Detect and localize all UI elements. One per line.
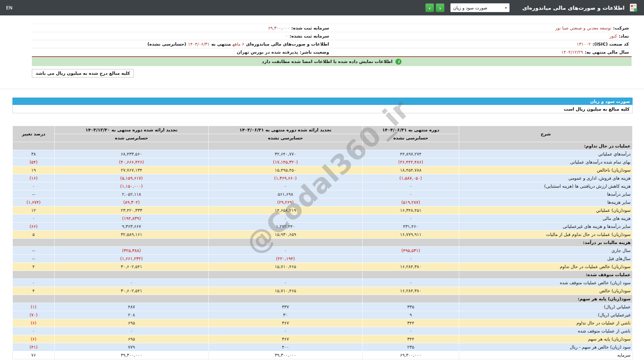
value-cell: ۶۹۵ bbox=[55, 335, 209, 343]
report-type-dropdown[interactable]: صورت سود و زیان ▾ bbox=[450, 3, 509, 12]
empty-cell bbox=[363, 142, 459, 150]
units-tab[interactable]: کلیه مبالغ درج شده به میلیون ریال می باش… bbox=[32, 69, 134, 77]
value-cell: (۱۷,۱۴۵,۳۲۰) bbox=[209, 158, 363, 166]
value-cell: ۱۹ bbox=[13, 166, 55, 174]
topbar-right-group: اطلاعات و صورت‌های مالی میاندوره‌ای صورت… bbox=[425, 3, 638, 12]
info-cell-right: شرکت:توسعه معدني و صنعتي صبا نور bbox=[332, 25, 632, 31]
empty-cell bbox=[363, 295, 459, 303]
statement-title-bar: صورت سود و زیان bbox=[12, 98, 633, 105]
table-row: سود(زیان) خالص عملیات در حال تداوم۱۶,۲۸۴… bbox=[13, 263, 633, 271]
table-row: سود(زیان) پایه هر سهم۳۴۴۳۶۷۶۹۵(۶) bbox=[13, 335, 633, 343]
empty-cell bbox=[13, 295, 55, 303]
value-cell: ۰ bbox=[363, 255, 459, 263]
next-report-button[interactable]: › bbox=[425, 3, 434, 12]
row-label: سایر درآمدها bbox=[459, 190, 633, 198]
table-row: عملیاتي (ریال)۳۳۵۳۳۷۴۸۷(۱) bbox=[13, 303, 633, 311]
table-row: غیرعملیاتي (ریال)۹۳۰۲۰۸(۷۰) bbox=[13, 311, 633, 319]
prev-report-button[interactable]: ‹ bbox=[436, 3, 444, 12]
col-change-header: درصد تغییر bbox=[13, 126, 55, 142]
section-row: هزینه مالیات بر درآمد: bbox=[13, 239, 633, 247]
value-cell: ۳۰,۶۰۲,۵۴۱ bbox=[55, 287, 209, 295]
report-header-area: شرکت:توسعه معدني و صنعتي صبا نورسرمایه ث… bbox=[32, 24, 632, 77]
col-period3-subheader: حسابرسی شده bbox=[55, 134, 209, 142]
value-cell: ۱۶,۲۸۴,۳۸۰ bbox=[363, 263, 459, 271]
value-cell: ۱۶,۳۴۸,۴۵۱ bbox=[363, 206, 459, 215]
info-icon: i bbox=[395, 59, 401, 65]
value-cell: -- bbox=[13, 255, 55, 263]
value-cell: (۱,۶۷۴) bbox=[13, 198, 55, 206]
value-cell: ۰ bbox=[13, 279, 55, 287]
value-cell: -- bbox=[13, 190, 55, 198]
empty-cell bbox=[13, 271, 55, 279]
info-cell-right: کد صنعت (ISIC):۱۳۱۰۰۲ bbox=[332, 42, 632, 47]
info-value: ۱۳۱۰۰۲ bbox=[577, 42, 591, 47]
row-label: هزینه های مالی bbox=[459, 215, 633, 223]
row-label: سایر هزینه‌ها bbox=[459, 198, 633, 206]
info-label: سال مالی منتهی به: bbox=[585, 50, 629, 55]
row-label: بهای تمام شده درآمدهای عملیاتی bbox=[459, 158, 633, 166]
value-cell: ۲۷,۷۶۷,۱۳۴ bbox=[55, 166, 209, 174]
info-row: نماد:کنورسرمایه ثبت نشده:۰ bbox=[32, 32, 632, 40]
section-row: عملیات متوقف شده: bbox=[13, 271, 633, 279]
col-desc-header: شرح bbox=[459, 126, 633, 142]
alert-text: اطلاعات نمایش داده شده با اطلاعات امضا ش… bbox=[262, 59, 393, 64]
value-cell: ۳۲,۵۸۹,۱۶۱ bbox=[55, 231, 209, 239]
value-cell: (۴۹۵,۵۳۱) bbox=[363, 247, 459, 255]
col-period3-header: تجدید ارائه شده دوره منتهی به ۱۴۰۳/۱۲/۳۰ bbox=[55, 126, 209, 134]
table-row: سود(زیان) خالص۱۶,۲۸۴,۳۸۰۱۵,۷۱۰,۴۶۵۳۰,۶۰۲… bbox=[13, 287, 633, 295]
empty-cell bbox=[363, 239, 459, 247]
language-toggle[interactable]: EN bbox=[6, 5, 12, 10]
value-cell: ۴۴,۸۹۷,۲۷۴ bbox=[363, 150, 459, 158]
value-cell: (۱,۶۶۱,۲۳۲) bbox=[55, 255, 209, 263]
value-cell: ۰ bbox=[209, 182, 363, 190]
table-row: سایر درآمدها و هزینه های غیرعملیاتی۴۳۱,۴… bbox=[13, 223, 633, 231]
row-label: درآمدهاي عملياتي bbox=[459, 150, 633, 158]
value-cell: (۲۲۰,۱۹۴) bbox=[209, 255, 363, 263]
value-cell: ۱۵,۹۳۰,۶۵۹ bbox=[209, 231, 363, 239]
empty-cell bbox=[209, 239, 363, 247]
empty-cell bbox=[209, 142, 363, 150]
row-label: سایر درآمدها و هزینه های غیرعملیاتی bbox=[459, 223, 633, 231]
info-label: (حسابرسی نشده) bbox=[147, 42, 186, 47]
info-row: شرکت:توسعه معدني و صنعتي صبا نورسرمایه ث… bbox=[32, 24, 632, 32]
value-cell: (۵۱۹,۲۸۷) bbox=[363, 198, 459, 206]
empty-cell bbox=[209, 271, 363, 279]
value-cell: -- bbox=[13, 247, 55, 255]
row-label: سرمایه bbox=[459, 351, 633, 359]
value-cell: ۳۳۷ bbox=[209, 303, 363, 311]
value-cell: ۳۰ bbox=[209, 311, 363, 319]
value-cell: ۲۳۵ bbox=[363, 343, 459, 351]
empty-cell bbox=[55, 142, 209, 150]
value-cell: (۱,۳۶۹,۶۶۰) bbox=[209, 174, 363, 182]
info-row: سال مالی منتهی به:۱۴۰۴/۱۲/۲۹وضعیت ناشر:پ… bbox=[32, 48, 632, 56]
col-period1-header: دوره منتهی به ۱۴۰۴/۰۶/۳۱ bbox=[363, 126, 459, 134]
value-cell: ۹,۳۶۳,۶۶۷ bbox=[55, 223, 209, 231]
info-value: ۰ bbox=[285, 34, 288, 39]
value-cell: ۳۴۴ bbox=[363, 335, 459, 343]
value-cell: (۶) bbox=[13, 319, 55, 327]
pl-table-body: عملیات در حال تداوم:درآمدهاي عملياتي۴۴,۸… bbox=[13, 142, 633, 359]
row-label: عملیات متوقف شده: bbox=[459, 271, 633, 279]
empty-cell bbox=[13, 239, 55, 247]
row-label: سود(زیان) پایه هر سهم bbox=[459, 335, 633, 343]
row-label: هزینه مالیات بر درآمد: bbox=[459, 239, 633, 247]
value-cell: ۴۸۷ bbox=[55, 303, 209, 311]
value-cell: (۶) bbox=[13, 335, 55, 343]
statement-section: صورت سود و زیان کلیه مبالغ به میلیون ریا… bbox=[12, 98, 633, 359]
value-cell: ۱۴,۶۵۸,۲۱۹ bbox=[209, 206, 363, 215]
info-value: ۱۴۰۴/۰۶/۳۱ bbox=[188, 42, 210, 47]
value-cell: ۳۹,۳۰۰,۰۰۰ bbox=[55, 351, 209, 359]
row-label: سود(زیان) خالص bbox=[459, 287, 633, 295]
section-row: عملیات در حال تداوم: bbox=[13, 142, 633, 150]
value-cell: ۳۲,۶۴۰,۷۷۰ bbox=[209, 150, 363, 158]
info-label: نماد: bbox=[619, 34, 629, 39]
empty-cell bbox=[55, 271, 209, 279]
value-cell: ۲۳,۴۲۰,۳۳۳ bbox=[55, 206, 209, 215]
value-cell: ۳۶۷ bbox=[209, 319, 363, 327]
value-cell: ۰ bbox=[209, 327, 363, 335]
value-cell: ۷۷۹ bbox=[55, 343, 209, 351]
value-cell: ۰ bbox=[363, 182, 459, 190]
chevron-down-icon: ▾ bbox=[505, 6, 507, 10]
table-row: هزینه کاهش ارزش دریافتنی ها (هزینه استثن… bbox=[13, 182, 633, 190]
row-label: غیرعملیاتي (ریال) bbox=[459, 311, 633, 319]
